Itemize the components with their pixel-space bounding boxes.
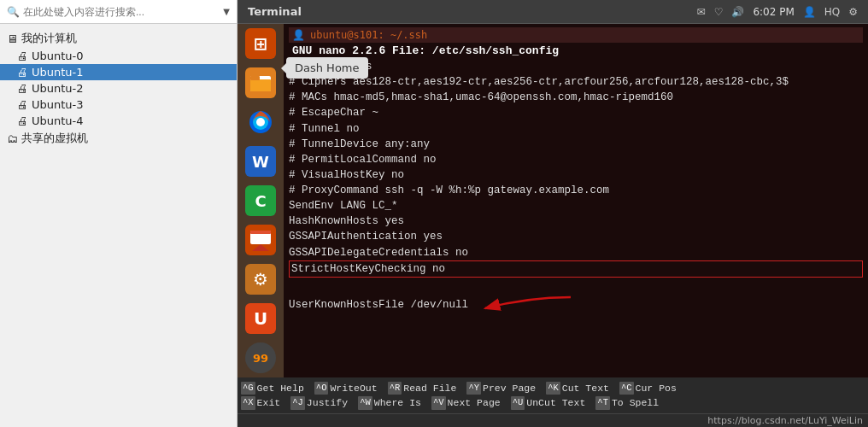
search-dropdown-icon[interactable]: ▼ xyxy=(223,7,230,16)
status-label-cuttext: Cut Text xyxy=(562,381,609,395)
search-bar: 🔍 ▼ xyxy=(0,0,237,24)
launcher-files[interactable] xyxy=(240,64,281,102)
dash-icon: ⊞ xyxy=(245,28,276,59)
signal-icon: ♡ xyxy=(714,6,724,18)
status-label-prevpage: Prev Page xyxy=(483,381,536,395)
volume-icon: 🔊 xyxy=(731,6,744,18)
launcher-writer[interactable]: W xyxy=(240,143,281,180)
svg-rect-2 xyxy=(250,76,260,80)
status-cuttext: ^K Cut Text xyxy=(546,381,609,395)
status-label-readfile: Read File xyxy=(403,381,456,395)
userkown-text: UserKnownHostsFile /dev/null xyxy=(289,297,468,313)
statusbar: ^G Get Help ^O WriteOut ^R Read File ^Y … xyxy=(238,377,868,413)
tree-item-ubuntu1[interactable]: 🖨 Ubuntu-1 xyxy=(0,64,237,80)
window-title: Terminal xyxy=(248,5,302,18)
clock: 6:02 PM xyxy=(753,6,794,18)
status-key-nextpage: ^V xyxy=(431,396,446,410)
status-key-uncuttext: ^U xyxy=(511,396,525,410)
status-key-exit: ^X xyxy=(241,396,255,410)
firefox-icon xyxy=(245,107,276,137)
status-key-readfile: ^R xyxy=(388,382,402,395)
status-key-whereis: ^W xyxy=(358,396,372,410)
status-tospell: ^T To Spell xyxy=(595,395,659,410)
term-line-highlighted: StrictHostKeyChecking no xyxy=(289,260,863,278)
status-label-curpos: Cur Pos xyxy=(636,381,677,395)
calc-icon: C xyxy=(245,185,276,216)
launcher-dash[interactable]: ⊞ Dash Home xyxy=(240,25,281,62)
term-line-5: # TunnelDevice any:any xyxy=(289,137,863,152)
settings-icon: ⚙ xyxy=(848,6,858,18)
tree-item-ubuntu3[interactable]: 🖨 Ubuntu-3 xyxy=(0,97,237,113)
hq-label: HQ xyxy=(824,6,840,18)
term-line-12: GSSAPIDelegateCredentials no xyxy=(289,245,863,260)
status-label-uncuttext: UnCut Text xyxy=(526,395,585,410)
search-input[interactable] xyxy=(23,6,220,18)
term-line-6: # PermitLocalCommand no xyxy=(289,152,863,167)
status-key-writeout: ^O xyxy=(314,382,329,395)
launcher-badge[interactable]: 99 xyxy=(240,339,281,377)
settings-gear-icon: ⚙ xyxy=(245,264,276,295)
ubuntu-one-icon: U xyxy=(245,303,276,334)
terminal-session-bar: 👤 ubuntu@s101: ~/.ssh xyxy=(289,27,863,43)
left-panel: 🔍 ▼ 🖥 我的计算机 🖨 Ubuntu-0 🖨 Ubuntu-1 🖨 Ubun… xyxy=(0,0,238,427)
writer-icon: W xyxy=(245,146,276,177)
status-gethelp: ^G Get Help xyxy=(241,381,304,395)
status-uncuttext: ^U UnCut Text xyxy=(511,395,586,410)
tree-root-label: 我的计算机 xyxy=(21,31,77,46)
status-label-whereis: Where Is xyxy=(374,395,421,410)
status-justify: ^J Justify xyxy=(290,395,348,410)
launcher-calc[interactable]: C xyxy=(240,182,281,219)
user-icon: 👤 xyxy=(803,6,816,18)
url-bar: https://blog.csdn.net/LuYi_WeiLin xyxy=(238,413,868,427)
vm-icon: 🖨 xyxy=(17,82,28,95)
term-line-1: # Ciphers aes128-ctr,aes192-ctr,aes256-c… xyxy=(289,74,863,90)
svg-marker-7 xyxy=(252,244,269,251)
status-nextpage: ^V Next Page xyxy=(431,395,501,410)
tree-item-ubuntu4[interactable]: 🖨 Ubuntu-4 xyxy=(0,113,237,129)
vm-icon: 🖨 xyxy=(17,98,28,111)
shared-label: 共享的虚拟机 xyxy=(21,131,88,146)
status-key-gethelp: ^G xyxy=(241,382,255,395)
term-line-8: # ProxyCommand ssh -q -W %h:%p gateway.e… xyxy=(289,183,863,198)
status-prevpage: ^Y Prev Page xyxy=(466,381,536,395)
tree-item-shared[interactable]: 🗂 共享的虚拟机 xyxy=(0,129,237,148)
svg-rect-8 xyxy=(250,231,271,234)
svg-rect-1 xyxy=(250,79,271,91)
shared-icon: 🗂 xyxy=(7,132,18,145)
launcher-firefox[interactable] xyxy=(240,103,281,141)
email-icon: ✉ xyxy=(697,6,706,18)
terminal-session-label: ubuntu@s101: ~/.ssh xyxy=(310,29,427,41)
term-line-arrow: UserKnownHostsFile /dev/null xyxy=(289,293,863,317)
term-line-10: HashKnownHosts yes xyxy=(289,214,863,229)
terminal-window: Terminal ✉ ♡ 🔊 6:02 PM 👤 HQ ⚙ ⊞ Dash Hom… xyxy=(238,0,868,427)
vm-icon: 🖨 xyxy=(17,50,28,62)
tree-item-ubuntu0[interactable]: 🖨 Ubuntu-0 xyxy=(0,48,237,64)
vm-icon: 🖨 xyxy=(17,66,28,79)
ubuntu0-label: Ubuntu-0 xyxy=(32,50,84,62)
status-key-justify: ^J xyxy=(290,396,305,410)
launcher-settings[interactable]: ⚙ xyxy=(240,260,281,298)
tree-view: 🖥 我的计算机 🖨 Ubuntu-0 🖨 Ubuntu-1 🖨 Ubuntu-2… xyxy=(0,24,237,427)
tree-item-ubuntu2[interactable]: 🖨 Ubuntu-2 xyxy=(0,80,237,97)
status-label-writeout: WriteOut xyxy=(330,381,377,395)
ubuntu1-label: Ubuntu-1 xyxy=(32,66,84,79)
red-arrow-icon xyxy=(477,293,579,317)
tree-root[interactable]: 🖥 我的计算机 xyxy=(0,29,237,48)
svg-point-5 xyxy=(256,118,265,126)
status-key-tospell: ^T xyxy=(595,396,610,410)
status-label-gethelp: Get Help xyxy=(257,381,304,395)
term-line-empty xyxy=(289,278,863,293)
status-key-cuttext: ^K xyxy=(546,382,560,395)
nano-header: GNU nano 2.2.6 File: /etc/ssh/ssh_config xyxy=(289,43,863,59)
launcher-ubuntu-one[interactable]: U xyxy=(240,300,281,337)
terminal-user-icon: 👤 xyxy=(292,29,305,41)
files-icon xyxy=(245,67,276,98)
ubuntu2-label: Ubuntu-2 xyxy=(32,82,84,95)
launcher-impress[interactable] xyxy=(240,221,281,259)
status-curpos: ^C Cur Pos xyxy=(619,381,677,395)
term-line-9: SendEnv LANG LC_* xyxy=(289,198,863,214)
status-label-nextpage: Next Page xyxy=(448,395,501,410)
titlebar-icons: ✉ ♡ 🔊 6:02 PM 👤 HQ ⚙ xyxy=(697,6,858,18)
status-label-justify: Justify xyxy=(307,395,348,410)
ubuntu3-label: Ubuntu-3 xyxy=(32,98,84,111)
